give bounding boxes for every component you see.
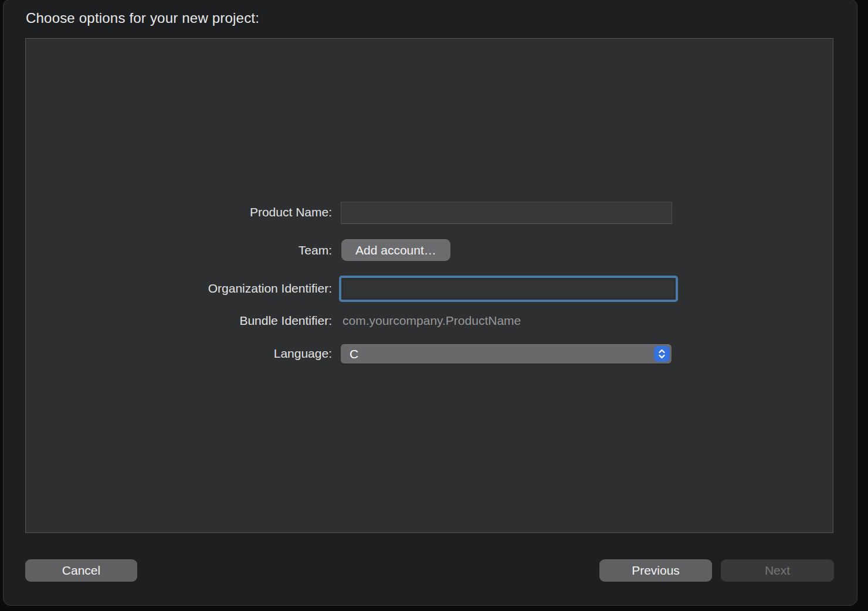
focus-ring	[339, 276, 678, 302]
product-name-input[interactable]	[341, 202, 672, 224]
sheet-title: Choose options for your new project:	[26, 10, 259, 26]
organization-identifier-label: Organization Identifier:	[208, 281, 332, 296]
language-label: Language:	[274, 347, 332, 361]
add-account-button[interactable]: Add account…	[341, 239, 450, 261]
bundle-identifier-value: com.yourcompany.ProductName	[343, 314, 521, 328]
organization-identifier-input[interactable]	[343, 279, 674, 298]
up-down-chevrons-icon	[654, 346, 670, 362]
previous-button[interactable]: Previous	[599, 559, 712, 582]
language-selected-value: C	[341, 347, 654, 361]
team-label: Team:	[299, 243, 332, 257]
language-popup-button[interactable]: C	[341, 344, 672, 364]
new-project-options-sheet: Choose options for your new project: Pro…	[3, 0, 857, 606]
product-name-label: Product Name:	[250, 205, 332, 219]
cancel-button[interactable]: Cancel	[25, 559, 137, 582]
bundle-identifier-label: Bundle Identifier:	[239, 314, 332, 328]
next-button[interactable]: Next	[721, 559, 834, 582]
